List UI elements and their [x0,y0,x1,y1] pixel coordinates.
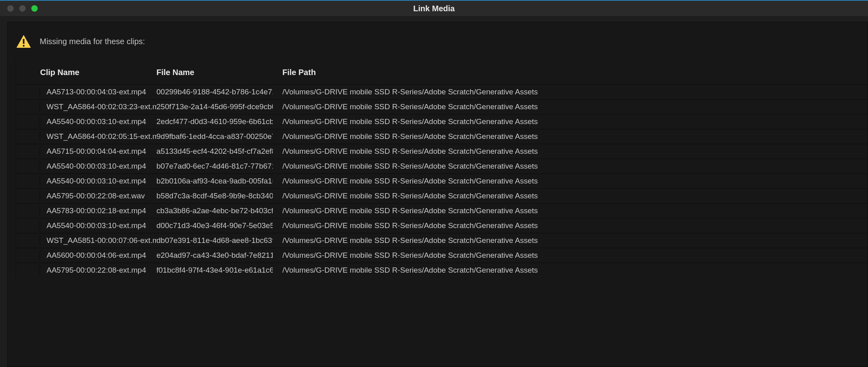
svg-rect-0 [23,39,24,44]
cell-file-path: /Volumes/G-DRIVE mobile SSD R-Series/Ado… [273,221,868,230]
cell-file-name: a5133d45-ecf4-4202-b45f-cf7a2ef800 [156,147,273,156]
cell-file-path: /Volumes/G-DRIVE mobile SSD R-Series/Ado… [273,236,868,245]
cell-clip-name: AA5715-00:00:04:04-ext.mp4 [40,147,156,156]
cell-clip-name: AA5713-00:00:04:03-ext.mp4 [40,87,156,97]
cell-clip-name: AA5540-00:00:03:10-ext.mp4 [40,117,156,126]
row-gutter [16,117,40,126]
row-gutter [16,265,40,275]
table-row[interactable]: AA5795-00:00:22:08-ext.mp4f01bc8f4-97f4-… [16,263,868,277]
cell-clip-name: WST_AA5864-00:02:05:15-ext.mp4 [40,132,156,141]
cell-file-name: cb3a3b86-a2ae-4ebc-be72-b403cfb41 [156,206,273,216]
missing-media-table: Clip Name File Name File Path AA5713-00:… [16,61,868,277]
cell-file-name: f01bc8f4-97f4-43e4-901e-e61a1c62ee [156,265,273,275]
cell-clip-name: AA5540-00:00:03:10-ext.mp4 [40,221,156,230]
cell-clip-name: AA5540-00:00:03:10-ext.mp4 [40,161,156,171]
cell-file-path: /Volumes/G-DRIVE mobile SSD R-Series/Ado… [273,161,868,171]
cell-file-name: b07e7ad0-6ec7-4d46-81c7-77b6719b [156,161,273,171]
row-gutter [16,251,40,260]
cell-file-name: b2b0106a-af93-4cea-9adb-005fa15b6 [156,176,273,186]
table-row[interactable]: AA5713-00:00:04:03-ext.mp400299b46-9188-… [16,84,868,99]
table-header-row: Clip Name File Name File Path [16,61,868,84]
svg-rect-1 [23,45,24,47]
cell-file-name: db07e391-811e-4d68-aee8-1bc6398d [156,236,273,245]
row-gutter [16,221,40,230]
table-row[interactable]: AA5600-00:00:04:06-ext.mp4e204ad97-ca43-… [16,248,868,263]
row-gutter [16,206,40,216]
cell-file-path: /Volumes/G-DRIVE mobile SSD R-Series/Ado… [273,132,868,141]
cell-file-path: /Volumes/G-DRIVE mobile SSD R-Series/Ado… [273,176,868,186]
row-gutter [16,132,40,141]
row-gutter [16,102,40,112]
row-gutter [16,236,40,245]
window-title: Link Media [413,4,454,13]
cell-clip-name: AA5783-00:00:02:18-ext.mp4 [40,206,156,216]
cell-file-name: d00c71d3-40e3-46f4-90e7-5e03e53db [156,221,273,230]
cell-file-path: /Volumes/G-DRIVE mobile SSD R-Series/Ado… [273,87,868,97]
cell-file-name: b58d7c3a-8cdf-45e8-9b9e-8cb340e36 [156,191,273,201]
table-body: AA5713-00:00:04:03-ext.mp400299b46-9188-… [16,84,868,277]
table-row[interactable]: WST_AA5851-00:00:07:06-ext.mp4db07e391-8… [16,233,868,248]
cell-file-path: /Volumes/G-DRIVE mobile SSD R-Series/Ado… [273,147,868,156]
warning-message-text: Missing media for these clips: [40,37,145,46]
cell-clip-name: AA5795-00:00:22:08-ext.mp4 [40,265,156,275]
row-gutter [16,176,40,186]
row-gutter [16,147,40,156]
cell-file-path: /Volumes/G-DRIVE mobile SSD R-Series/Ado… [273,102,868,112]
table-row[interactable]: AA5783-00:00:02:18-ext.mp4cb3a3b86-a2ae-… [16,203,868,218]
window-minimize-button[interactable] [19,5,26,12]
row-gutter [16,191,40,201]
table-row[interactable]: AA5715-00:00:04:04-ext.mp4a5133d45-ecf4-… [16,144,868,159]
cell-file-path: /Volumes/G-DRIVE mobile SSD R-Series/Ado… [273,117,868,126]
cell-clip-name: AA5600-00:00:04:06-ext.mp4 [40,251,156,260]
table-row[interactable]: AA5540-00:00:03:10-ext.mp4b2b0106a-af93-… [16,173,868,188]
row-gutter [16,87,40,97]
window-zoom-button[interactable] [31,5,38,12]
cell-file-name: 00299b46-9188-4542-b786-1c4e72a5 [156,87,273,97]
window-close-button[interactable] [7,5,14,12]
cell-file-name: 2edcf477-d0d3-4610-959e-6b61cbdc5 [156,117,273,126]
cell-file-path: /Volumes/G-DRIVE mobile SSD R-Series/Ado… [273,206,868,216]
cell-file-path: /Volumes/G-DRIVE mobile SSD R-Series/Ado… [273,265,868,275]
table-row[interactable]: AA5540-00:00:03:10-ext.mp4d00c71d3-40e3-… [16,218,868,233]
table-row[interactable]: AA5540-00:00:03:10-ext.mp4b07e7ad0-6ec7-… [16,159,868,173]
dialog-body: Missing media for these clips: Clip Name… [0,16,868,367]
dialog-panel: Missing media for these clips: Clip Name… [7,22,868,367]
table-row[interactable]: WST_AA5864-00:02:05:15-ext.mp49d9fbaf6-1… [16,129,868,144]
cell-clip-name: AA5795-00:00:22:08-ext.wav [40,191,156,201]
cell-file-name: e204ad97-ca43-43e0-bdaf-7e8211feb [156,251,273,260]
warning-icon [16,34,32,49]
cell-file-name: 9d9fbaf6-1edd-4cca-a837-00250e751 [156,132,273,141]
table-row[interactable]: AA5540-00:00:03:10-ext.mp42edcf477-d0d3-… [16,114,868,129]
column-header-file-path[interactable]: File Path [273,68,868,77]
traffic-lights [0,5,38,12]
column-header-file-name[interactable]: File Name [156,68,273,77]
table-row[interactable]: WST_AA5864-00:02:03:23-ext.mp4250f713e-2… [16,99,868,114]
warning-message-row: Missing media for these clips: [8,22,868,61]
cell-clip-name: WST_AA5864-00:02:03:23-ext.mp4 [40,102,156,112]
row-gutter [16,161,40,171]
cell-file-path: /Volumes/G-DRIVE mobile SSD R-Series/Ado… [273,191,868,201]
titlebar[interactable]: Link Media [0,0,868,16]
column-header-clip-name[interactable]: Clip Name [40,68,156,77]
cell-clip-name: WST_AA5851-00:00:07:06-ext.mp4 [40,236,156,245]
cell-clip-name: AA5540-00:00:03:10-ext.mp4 [40,176,156,186]
cell-file-path: /Volumes/G-DRIVE mobile SSD R-Series/Ado… [273,251,868,260]
table-row[interactable]: AA5795-00:00:22:08-ext.wavb58d7c3a-8cdf-… [16,188,868,203]
cell-file-name: 250f713e-2a14-45d6-995f-dce9cb0ba [156,102,273,112]
